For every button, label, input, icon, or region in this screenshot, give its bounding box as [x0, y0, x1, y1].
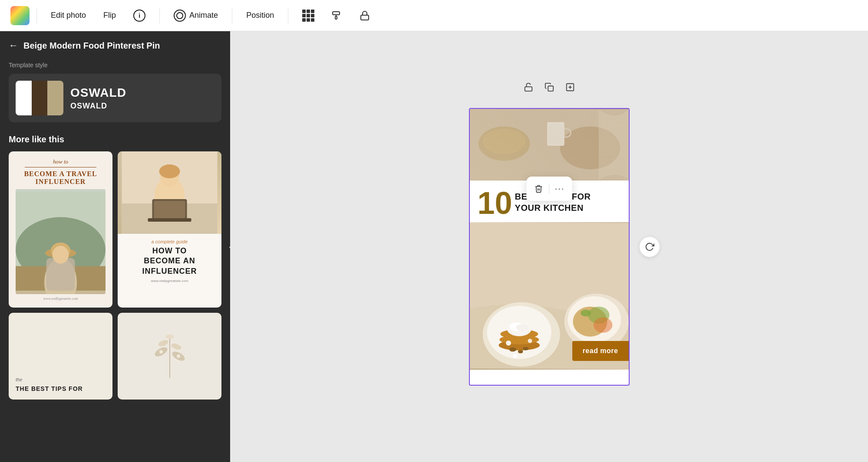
svg-point-34: [478, 126, 530, 161]
template-card-travel[interactable]: how to BECOME A TRAVELINFLUENCER: [9, 151, 112, 308]
pin-photo-top[interactable]: [470, 109, 629, 180]
travel-scene: [16, 189, 106, 294]
swatch-white: [16, 81, 32, 115]
position-label: Position: [246, 11, 274, 20]
add-icon: [565, 82, 575, 92]
main-content: ← Beige Modern Food Pinterest Pin Templa…: [0, 31, 868, 462]
pin-top-image: [470, 109, 629, 180]
lock-icon: [360, 10, 370, 21]
svg-point-52: [528, 338, 532, 343]
svg-rect-32: [470, 109, 629, 180]
lock-button[interactable]: [353, 7, 377, 24]
add-to-page-button[interactable]: [561, 78, 580, 97]
svg-point-48: [509, 347, 516, 351]
toolbar-divider-3: [232, 8, 232, 23]
read-more-button[interactable]: read more: [572, 341, 629, 361]
grid-icon-button[interactable]: [295, 6, 321, 25]
swatch-brown: [32, 81, 48, 115]
svg-rect-18: [148, 218, 191, 222]
svg-point-47: [516, 324, 528, 331]
card-travel-title: BECOME A TRAVELINFLUENCER: [24, 170, 97, 186]
svg-point-49: [522, 347, 528, 350]
card-travel-url: www.reallygreatsite.com: [43, 297, 78, 301]
canvas-area[interactable]: ···: [230, 31, 868, 462]
position-button[interactable]: Position: [239, 7, 281, 23]
svg-point-53: [512, 354, 517, 358]
unlock-button[interactable]: [519, 78, 538, 97]
svg-rect-33: [470, 109, 629, 180]
right-float-toolbar: [639, 236, 660, 257]
template-card-influencer[interactable]: a complete guide HOW TOBECOME ANINFLUENC…: [118, 151, 221, 308]
edit-photo-label: Edit photo: [51, 11, 86, 20]
duplicate-button[interactable]: [540, 78, 559, 97]
more-options-icon: ···: [555, 183, 565, 193]
font-small: OSWALD: [70, 102, 126, 111]
template-grid: how to BECOME A TRAVELINFLUENCER: [9, 151, 221, 400]
svg-rect-27: [525, 87, 532, 91]
svg-point-22: [157, 339, 169, 347]
svg-point-51: [506, 340, 511, 345]
more-options-button[interactable]: ···: [551, 180, 568, 197]
collapse-icon: ‹: [229, 243, 230, 250]
flip-label: Flip: [103, 11, 116, 20]
template-card-floral[interactable]: [118, 313, 221, 400]
card-influencer-title: HOW TOBECOME ANINFLUENCER: [142, 246, 197, 276]
brand-gradient-icon[interactable]: [10, 6, 30, 25]
duplicate-icon: [545, 82, 554, 92]
swatch-tan: [47, 81, 63, 115]
info-button[interactable]: i: [126, 6, 152, 25]
left-panel: ← Beige Modern Food Pinterest Pin Templa…: [0, 31, 230, 462]
svg-point-35: [482, 128, 525, 154]
back-button[interactable]: ←: [9, 40, 18, 51]
paint-roller-button[interactable]: [325, 7, 349, 24]
pinterest-pin-card: 10 BEST IDEAS FOR YOUR KITCHEN: [469, 108, 630, 386]
svg-rect-1: [335, 16, 337, 19]
animate-button[interactable]: Animate: [167, 6, 225, 25]
svg-rect-17: [154, 201, 185, 218]
context-divider: [549, 183, 549, 194]
context-menu: ···: [526, 177, 572, 201]
font-preview: OSWALD OSWALD: [70, 86, 126, 111]
edit-photo-button[interactable]: Edit photo: [44, 7, 93, 23]
info-icon: i: [133, 10, 145, 22]
pin-title-line2: YOUR KITCHEN: [515, 203, 584, 213]
card-travel-image: [16, 189, 106, 294]
collapse-panel-handle[interactable]: ‹: [223, 236, 230, 258]
float-toolbar: [519, 78, 580, 97]
flip-button[interactable]: Flip: [96, 7, 123, 23]
svg-rect-0: [333, 12, 340, 15]
tips-subtitle: the: [16, 377, 106, 382]
card-travel-script: how to: [53, 158, 68, 165]
svg-point-10: [53, 246, 69, 263]
card-influencer-text: a complete guide HOW TOBECOME ANINFLUENC…: [135, 234, 204, 288]
template-card-tips[interactable]: the THE BEST TIPS FOR: [9, 313, 112, 400]
template-style-card[interactable]: OSWALD OSWALD: [9, 74, 221, 122]
toolbar-divider-2: [159, 8, 160, 23]
more-like-this-label: More like this: [9, 134, 221, 144]
pin-photo-bottom[interactable]: read more: [470, 222, 629, 370]
svg-rect-2: [361, 15, 369, 20]
grid-icon: [302, 10, 314, 22]
read-more-label: read more: [583, 347, 618, 354]
svg-point-24: [165, 334, 174, 339]
card-influencer-photo: [118, 151, 221, 234]
pin-number: 10: [478, 187, 512, 219]
svg-rect-28: [548, 86, 553, 91]
svg-point-36: [560, 126, 620, 169]
panel-header: ← Beige Modern Food Pinterest Pin: [9, 40, 221, 51]
unlock-icon: [524, 82, 533, 92]
card-influencer-url: www.reallygreatsite.com: [142, 279, 197, 283]
design-canvas: ···: [469, 108, 630, 386]
template-style-label: Template style: [9, 62, 221, 69]
main-toolbar: Edit photo Flip i Animate Position: [0, 0, 868, 31]
trash-icon: [534, 184, 543, 193]
svg-rect-38: [548, 123, 563, 144]
card-travel-line: [25, 167, 97, 167]
toolbar-divider-1: [36, 8, 37, 23]
floral-decoration: [148, 330, 191, 382]
delete-button[interactable]: [530, 180, 547, 197]
refresh-photo-button[interactable]: [639, 236, 660, 257]
toolbar-divider-4: [288, 8, 288, 23]
font-large: OSWALD: [70, 86, 126, 100]
animate-icon: [174, 10, 186, 22]
